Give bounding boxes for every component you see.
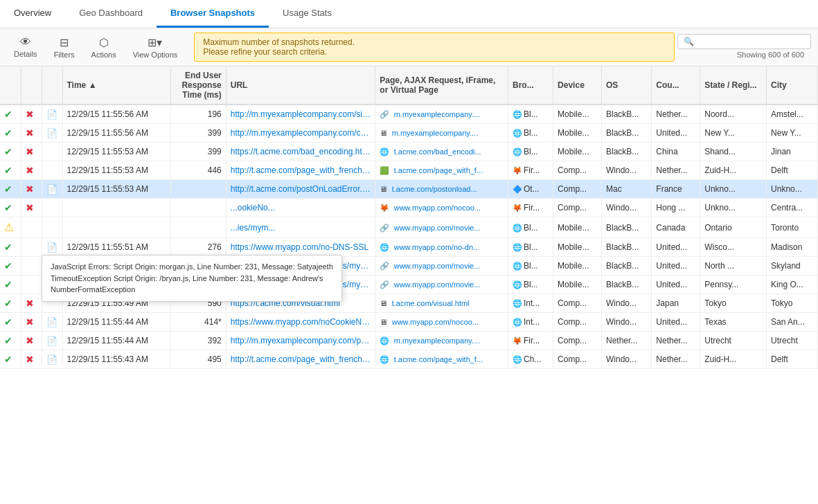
page-link[interactable]: t.acme.com/bad_encodi... xyxy=(394,147,481,156)
table-row[interactable]: ✔ ✖ 📄 12/29/15 11:55:43 AM 495 http://t.… xyxy=(0,350,818,369)
doc-icon: 📄 xyxy=(46,242,57,253)
cell-country: Nether... xyxy=(652,105,700,124)
toolbar-message-line2: Please refine your search criteria. xyxy=(203,47,327,57)
cell-browser: 🌐Ch... xyxy=(508,350,553,369)
actions-icon: ⬡ xyxy=(99,36,109,49)
table-row[interactable]: ✔ ✖ 12/29/15 11:55:53 AM 399 https://t.a… xyxy=(0,143,818,161)
table-row[interactable]: ✔ ✖ 📄 12/29/15 11:55:44 AM 392 http://m.… xyxy=(0,332,818,350)
search-input[interactable] xyxy=(694,37,805,46)
table-row[interactable]: ✔ ✖ 📄 12/29/15 11:55:44 AM 414* https://… xyxy=(0,313,818,332)
col-header-device[interactable]: Device xyxy=(553,66,602,105)
cell-status: ✔ xyxy=(0,313,21,332)
cell-url: https://www.myapp.com/noCookieNo... xyxy=(226,313,375,332)
cell-country: France xyxy=(652,180,700,199)
col-header-time[interactable]: Time ▲ xyxy=(62,66,170,105)
cell-browser: 🌐Bl... xyxy=(508,257,553,276)
status-error-icon: ✖ xyxy=(26,354,34,365)
cell-response: 446 xyxy=(170,161,226,180)
col-header-browser[interactable]: Bro... xyxy=(508,66,553,105)
table-row[interactable]: ✔ ✖ 12/29/15 11:55:53 AM 446 http://t.ac… xyxy=(0,161,818,180)
page-link[interactable]: www.myapp.com/movie... xyxy=(394,280,481,289)
cell-os: Windo... xyxy=(602,294,652,313)
actions-label: Actions xyxy=(91,51,116,59)
cell-response: 196 xyxy=(170,105,226,124)
page-link[interactable]: www.myapp.com/nocoo... xyxy=(392,318,479,326)
page-link[interactable]: www.myapp.com/no-dn... xyxy=(394,243,480,251)
cell-status: ✔ xyxy=(0,350,21,369)
table-row[interactable]: ⚠ ...ies/mym... 🔗 www.myapp.com/movie...… xyxy=(0,217,818,238)
status-check-icon: ✔ xyxy=(4,298,12,309)
cell-time: 12/29/15 11:55:53 AM xyxy=(62,161,170,180)
table-row[interactable]: ✔ 📄 12/29/15 11:55:51 AM 276 https://www… xyxy=(0,238,818,257)
cell-flag xyxy=(21,238,42,257)
cell-city: Toronto xyxy=(767,217,818,238)
search-box[interactable]: 🔍 xyxy=(677,34,811,49)
page-link[interactable]: www.myapp.com/movie... xyxy=(394,262,481,270)
cell-browser: 🌐Bl... xyxy=(508,238,553,257)
page-link[interactable]: www.myapp.com/nocoo... xyxy=(394,204,481,212)
cell-response: 399 xyxy=(170,143,226,161)
cell-response xyxy=(170,180,226,199)
cell-city: New Y... xyxy=(767,124,818,143)
table-body: ✔ ✖ 📄 12/29/15 11:55:56 AM 196 http://m.… xyxy=(0,105,818,369)
cell-status: ✔ xyxy=(0,124,21,143)
col-header-country[interactable]: Cou... xyxy=(652,66,700,105)
tooltip-popup: JavaScript Errors: Script Origin: morgan… xyxy=(42,255,342,302)
nav-item-usage-stats[interactable]: Usage Stats xyxy=(269,0,346,28)
cell-response: 392 xyxy=(170,332,226,350)
toolbar-message: Maximum number of snapshots returned. Pl… xyxy=(194,33,675,62)
cell-country: United... xyxy=(652,257,700,276)
nav-item-overview[interactable]: Overview xyxy=(0,0,65,28)
col-header-os[interactable]: OS xyxy=(602,66,652,105)
cell-device: Comp... xyxy=(553,161,602,180)
cell-state: North ... xyxy=(700,257,767,276)
page-link[interactable]: m.myexamplecompany.... xyxy=(394,336,481,345)
cell-os: BlackB... xyxy=(602,105,652,124)
snapshots-table: Time ▲ End User Response Time (ms) URL P… xyxy=(0,66,818,369)
filters-button[interactable]: ⊟ Filters xyxy=(47,33,82,62)
view-options-button[interactable]: ⊞▾ View Options xyxy=(126,33,185,62)
table-row[interactable]: ✔ ✖ 📄 12/29/15 11:55:56 AM 196 http://m.… xyxy=(0,105,818,124)
cell-device: Comp... xyxy=(553,332,602,350)
cell-city: Jinan xyxy=(767,143,818,161)
table-row[interactable]: ✔ ✖ ...ookieNo... 🦊 www.myapp.com/nocoo.… xyxy=(0,199,818,217)
col-header-page[interactable]: Page, AJAX Request, iFrame, or Virtual P… xyxy=(375,66,508,105)
nav-item-geo-dashboard[interactable]: Geo Dashboard xyxy=(65,0,157,28)
cell-device: Comp... xyxy=(553,294,602,313)
col-header-state[interactable]: State / Regi... xyxy=(700,66,767,105)
cell-device: Mobile... xyxy=(553,276,602,294)
page-link[interactable]: www.myapp.com/movie... xyxy=(394,224,481,232)
col-header-response[interactable]: End User Response Time (ms) xyxy=(170,66,226,105)
search-icon: 🔍 xyxy=(684,37,694,46)
cell-flag: ✖ xyxy=(21,143,42,161)
cell-city: Delft xyxy=(767,350,818,369)
cell-os: Windo... xyxy=(602,313,652,332)
page-link[interactable]: t.acme.com/page_with_f... xyxy=(394,355,483,363)
col-header-city[interactable]: City xyxy=(767,66,818,105)
page-link[interactable]: m.myexamplecompany.... xyxy=(392,129,479,137)
page-link[interactable]: t.acme.com/page_with_f... xyxy=(394,166,483,174)
cell-city: Utrecht xyxy=(767,332,818,350)
status-check-icon: ✔ xyxy=(4,109,12,120)
page-icon: 🔗 xyxy=(380,224,389,232)
col-header-flag xyxy=(21,66,42,105)
showing-count: Showing 600 of 600 xyxy=(730,49,811,60)
cell-state: Noord... xyxy=(700,105,767,124)
cell-state: New Y... xyxy=(700,124,767,143)
status-error-icon: ✖ xyxy=(26,146,34,157)
nav-item-browser-snapshots[interactable]: Browser Snapshots xyxy=(157,0,269,28)
actions-button[interactable]: ⬡ Actions xyxy=(85,33,123,62)
tooltip-line: TimeoutException Script Origin: /bryan.j… xyxy=(51,273,333,285)
cell-browser: 🌐Int... xyxy=(508,294,553,313)
cell-status: ✔ xyxy=(0,332,21,350)
details-button[interactable]: 👁 Details xyxy=(7,33,44,61)
status-error-icon: ✖ xyxy=(26,335,34,346)
page-link[interactable]: t.acme.com/visual.html xyxy=(392,299,470,307)
page-icon: 🌐 xyxy=(380,243,389,251)
table-row[interactable]: ✔ ✖ 📄 12/29/15 11:55:56 AM 399 http://m.… xyxy=(0,124,818,143)
page-icon: 🦊 xyxy=(380,204,389,212)
page-link[interactable]: t.acme.com/postonload... xyxy=(392,185,477,193)
page-link[interactable]: m.myexamplecompany.... xyxy=(394,110,481,118)
table-row[interactable]: ✔ ✖ 📄 12/29/15 11:55:53 AM http://t.acme… xyxy=(0,180,818,199)
col-header-url[interactable]: URL xyxy=(226,66,375,105)
